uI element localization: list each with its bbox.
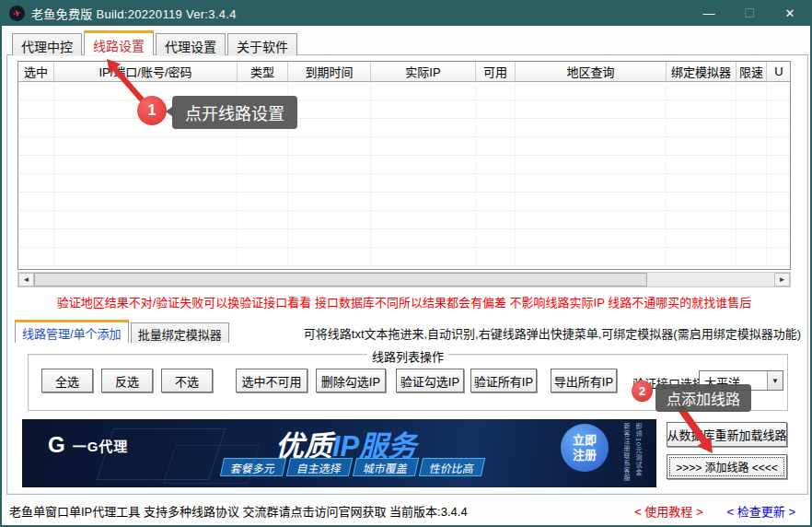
scrollbar-thumb[interactable] xyxy=(34,273,647,287)
table-row[interactable] xyxy=(18,119,790,137)
column-header-8[interactable]: 限速 xyxy=(737,62,767,81)
status-text: 老鱼单窗口单IP代理工具 支持多种线路协议 交流群请点击访问官网获取 当前版本:… xyxy=(9,502,468,520)
table-cell xyxy=(767,156,791,173)
table-cell xyxy=(288,100,371,118)
annotation-step-2-tooltip: 点添加线路 xyxy=(655,384,751,412)
table-row[interactable] xyxy=(18,248,790,266)
horizontal-scrollbar[interactable]: ◄ ► xyxy=(17,272,791,287)
table-cell xyxy=(767,174,791,192)
table-cell xyxy=(288,137,371,155)
app-logo-icon: ✈ xyxy=(7,4,27,23)
invert-selection-button[interactable]: 反选 xyxy=(101,369,153,392)
line-table[interactable]: 选中IP/端口/账号/密码类型到期时间实际IP可用地区查询绑定模拟器限速U xyxy=(17,61,791,270)
minimize-button[interactable]: — xyxy=(689,0,729,26)
table-cell xyxy=(288,82,371,100)
tab-about[interactable]: 关于软件 xyxy=(227,33,297,55)
register-now-button[interactable]: 立即 注册 xyxy=(561,424,609,472)
groupbox-title: 线路列表操作 xyxy=(367,347,448,365)
scroll-left-arrow[interactable]: ◄ xyxy=(18,273,34,287)
add-line-button[interactable]: >>>> 添加线路 <<<< xyxy=(667,454,787,479)
banner-vertical-notes: 新客注册联系客服 即领10元测试金 xyxy=(619,423,643,484)
table-cell xyxy=(371,156,476,173)
select-all-button[interactable]: 全选 xyxy=(41,369,93,392)
table-cell xyxy=(767,193,791,210)
column-header-7[interactable]: 绑定模拟器 xyxy=(667,62,737,81)
table-cell xyxy=(371,229,476,247)
select-unavailable-button[interactable]: 选中不可用 xyxy=(236,369,307,392)
column-header-1[interactable]: IP/端口/账号/密码 xyxy=(54,62,238,81)
table-cell xyxy=(238,137,288,155)
table-cell xyxy=(476,82,516,100)
maximize-button[interactable]: ☐ xyxy=(729,0,770,26)
table-cell xyxy=(667,211,737,228)
main-tabbar: 代理中控线路设置代理设置关于软件 xyxy=(12,30,299,55)
table-cell xyxy=(288,248,371,265)
window-controls: — ☐ ✕ xyxy=(689,0,810,26)
annotation-step-1-badge: 1 xyxy=(137,96,167,125)
table-row[interactable] xyxy=(18,174,790,193)
table-row[interactable] xyxy=(18,137,790,156)
table-cell xyxy=(516,211,667,228)
table-cell xyxy=(54,229,238,247)
export-all-ip-button[interactable]: 导出所有IP xyxy=(551,369,617,392)
ad-banner[interactable]: G 一G代理 优质IP服务 套餐多元自主选择城市覆盖性价比高 立即 注册 新客注… xyxy=(22,419,656,487)
table-row[interactable] xyxy=(18,193,790,211)
table-cell xyxy=(737,174,767,192)
column-header-9[interactable]: U xyxy=(767,62,791,81)
subtab-batch-bind-emulator[interactable]: 批量绑定模拟器 xyxy=(131,322,229,343)
column-header-3[interactable]: 到期时间 xyxy=(288,62,371,81)
table-cell xyxy=(288,174,371,192)
table-cell xyxy=(667,174,737,192)
table-cell xyxy=(18,229,54,247)
table-row[interactable] xyxy=(18,156,790,174)
table-cell xyxy=(767,82,791,100)
table-cell xyxy=(767,137,791,155)
table-cell xyxy=(516,82,667,100)
table-cell xyxy=(667,82,737,100)
check-update-link[interactable]: < 检查更新 > xyxy=(727,502,795,520)
column-header-2[interactable]: 类型 xyxy=(238,62,288,81)
table-cell xyxy=(516,156,667,173)
column-header-5[interactable]: 可用 xyxy=(476,62,516,81)
window-title: 老鱼免费版 Build:20220119 Ver:3.4.4 xyxy=(31,5,237,22)
table-cell xyxy=(371,193,476,210)
table-cell xyxy=(18,119,54,136)
table-cell xyxy=(18,174,54,192)
table-cell xyxy=(667,119,737,136)
verify-checked-ip-button[interactable]: 验证勾选IP xyxy=(396,369,464,392)
close-button[interactable]: ✕ xyxy=(770,0,810,26)
column-header-4[interactable]: 实际IP xyxy=(371,62,476,81)
table-cell xyxy=(737,119,767,136)
table-row[interactable] xyxy=(18,211,790,229)
table-row[interactable] xyxy=(18,82,790,100)
table-cell xyxy=(288,119,371,136)
scrollbar-track[interactable] xyxy=(647,273,774,287)
table-cell xyxy=(767,100,791,118)
table-row[interactable] xyxy=(18,229,790,248)
table-cell xyxy=(516,100,667,118)
table-cell xyxy=(476,211,516,228)
select-none-button[interactable]: 不选 xyxy=(161,369,213,392)
table-cell xyxy=(516,248,667,265)
banner-brand-name: 一G代理 xyxy=(73,436,129,455)
table-cell xyxy=(667,229,737,247)
tab-proxy-control[interactable]: 代理中控 xyxy=(12,33,82,55)
chevron-down-icon[interactable]: ▼ xyxy=(767,371,783,390)
table-row[interactable] xyxy=(18,100,790,119)
table-cell xyxy=(516,137,667,155)
table-cell xyxy=(737,100,767,118)
tab-proxy-settings[interactable]: 代理设置 xyxy=(156,33,226,55)
table-cell xyxy=(476,137,516,155)
scroll-right-arrow[interactable]: ► xyxy=(774,273,790,287)
tab-line-settings[interactable]: 线路设置 xyxy=(84,30,154,55)
subtab-line-manage-single-add[interactable]: 线路管理/单个添加 xyxy=(15,320,129,343)
reload-lines-from-db-button[interactable]: 从数据库重新加载线路 xyxy=(667,422,787,447)
table-cell xyxy=(288,156,371,173)
tutorial-link[interactable]: < 使用教程 > xyxy=(634,502,702,520)
column-header-0[interactable]: 选中 xyxy=(18,62,54,81)
table-cell xyxy=(371,82,476,100)
verify-all-ip-button[interactable]: 验证所有IP xyxy=(470,369,537,392)
delete-checked-ip-button[interactable]: 删除勾选IP xyxy=(316,369,386,392)
annotation-step-1-tooltip: 点开线路设置 xyxy=(172,96,297,129)
column-header-6[interactable]: 地区查询 xyxy=(516,62,667,81)
